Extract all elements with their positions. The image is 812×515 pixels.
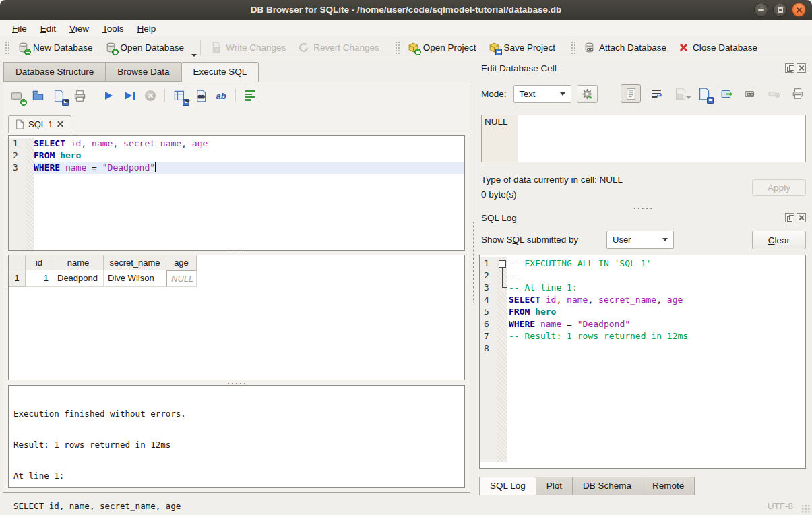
sql-file-tab[interactable]: SQL 1 — [8, 115, 71, 133]
fold-marker-icon[interactable] — [497, 258, 507, 270]
fold-margin — [497, 330, 507, 342]
dock-splitter[interactable] — [480, 206, 806, 210]
close-dock-icon[interactable] — [797, 63, 806, 73]
column-header-secret-name[interactable]: secret_name — [104, 255, 166, 270]
save-project-button[interactable]: Save Project — [482, 39, 562, 56]
code-token: id — [71, 138, 82, 148]
dock-tab-db-schema[interactable]: DB Schema — [572, 477, 642, 495]
panel-splitter[interactable] — [471, 222, 476, 303]
code-token: -- At line 1: — [509, 282, 577, 293]
menu-file[interactable]: File — [5, 22, 34, 36]
gear-icon — [582, 88, 593, 100]
attach-database-button[interactable]: Attach Database — [577, 39, 673, 56]
export-dropdown-caret-icon[interactable] — [185, 100, 190, 103]
editor-line-current: 3 WHERE name = "Deadpond" — [9, 162, 464, 174]
encoding-indicator[interactable]: UTF-8 — [768, 501, 793, 511]
code-token: id — [546, 295, 557, 305]
cell-id[interactable]: 1 — [26, 270, 53, 287]
new-database-button[interactable]: New Database — [11, 39, 99, 56]
resize-grip[interactable] — [801, 504, 810, 513]
replace-button[interactable]: ab — [213, 88, 229, 104]
cell-editor[interactable]: NULL — [481, 115, 806, 162]
menu-tools[interactable]: Tools — [96, 22, 131, 36]
fold-margin — [497, 294, 507, 306]
save-sql-dropdown-caret-icon[interactable] — [64, 100, 69, 103]
column-header-name[interactable]: name — [53, 255, 104, 270]
editor-line: 2 FROM hero — [9, 150, 464, 162]
close-dock-icon[interactable] — [797, 213, 806, 222]
float-dock-icon[interactable] — [785, 213, 794, 222]
close-sql-tab-icon[interactable] — [57, 121, 64, 128]
new-sql-tab-button[interactable] — [9, 88, 25, 104]
open-database-dropdown-caret-icon[interactable] — [191, 54, 197, 57]
open-in-external-button[interactable] — [743, 86, 759, 102]
dock-tab-sql-log[interactable]: SQL Log — [479, 477, 536, 495]
open-database-button[interactable]: Open Database — [99, 39, 191, 56]
document-icon — [625, 88, 637, 100]
tab-database-structure[interactable]: Database Structure — [3, 62, 105, 82]
dock-tab-remote[interactable]: Remote — [642, 477, 695, 495]
toolbar-drag-handle[interactable] — [571, 41, 575, 55]
tab-execute-sql[interactable]: Execute SQL — [181, 62, 259, 82]
auto-switch-mode-button[interactable] — [577, 85, 598, 103]
menu-help[interactable]: Help — [131, 22, 163, 36]
execution-status-box[interactable]: Execution finished without errors. Resul… — [8, 385, 465, 488]
cell-secret-name[interactable]: Dive Wilson — [104, 270, 166, 287]
column-header-age[interactable]: age — [166, 255, 197, 270]
code-token — [65, 138, 71, 148]
sql-log-view[interactable]: 1 -- EXECUTING ALL IN 'SQL 1' 2 -- 3 -- … — [479, 255, 806, 469]
mode-select[interactable]: Text — [513, 85, 571, 103]
log-filter-select[interactable]: User — [606, 231, 674, 249]
execute-current-line-button[interactable] — [121, 88, 137, 104]
import-cell-data-button[interactable] — [695, 86, 712, 102]
print-cell-button[interactable] — [790, 86, 806, 102]
float-dock-icon[interactable] — [785, 63, 794, 73]
code-token: FROM — [509, 307, 530, 317]
save-cell-button[interactable] — [672, 86, 688, 102]
fold-margin — [497, 342, 507, 355]
maximize-button[interactable] — [773, 3, 787, 17]
sql-editor[interactable]: 1 SELECT id, name, secret_name, age 2 FR… — [8, 135, 465, 251]
open-sql-file-button[interactable] — [30, 88, 46, 104]
print-sql-button[interactable] — [71, 88, 88, 104]
set-null-button[interactable] — [766, 86, 782, 102]
cell-name[interactable]: Deadpond — [53, 270, 104, 287]
cell-age-selected[interactable]: NULL — [166, 270, 197, 287]
dock-tab-plot[interactable]: Plot — [536, 477, 572, 495]
code-token: WHERE — [34, 162, 60, 173]
export-cell-data-button[interactable] — [719, 86, 735, 102]
fold-margin — [497, 282, 507, 294]
clear-log-button[interactable]: Clear — [752, 231, 806, 249]
fold-margin — [497, 306, 507, 318]
code-token: name — [540, 319, 561, 329]
execute-all-button[interactable] — [100, 88, 117, 104]
close-button[interactable] — [792, 3, 806, 17]
write-changes-button[interactable]: Write Changes — [204, 39, 292, 56]
open-project-icon — [408, 42, 419, 53]
row-header[interactable]: 1 — [9, 270, 26, 287]
menu-view[interactable]: View — [63, 22, 96, 36]
toolbar-drag-handle[interactable] — [5, 41, 9, 55]
save-dropdown-caret-icon[interactable] — [686, 96, 691, 99]
revert-changes-button[interactable]: Revert Changes — [292, 39, 385, 56]
format-sql-button[interactable] — [242, 88, 258, 104]
tab-browse-data[interactable]: Browse Data — [105, 62, 181, 82]
stop-execution-button[interactable] — [142, 88, 158, 104]
minimize-button[interactable] — [754, 3, 768, 17]
menubar: File Edit View Tools Help — [0, 20, 812, 36]
export-results-button[interactable] — [171, 88, 187, 104]
apply-button[interactable]: Apply — [752, 179, 806, 196]
results-table[interactable]: id name secret_name age 1 1 Deadpond Div… — [8, 255, 465, 380]
close-database-button[interactable]: Close Database — [673, 40, 763, 55]
find-button[interactable] — [192, 88, 208, 104]
toolbar-drag-handle[interactable] — [395, 41, 400, 55]
word-wrap-icon — [650, 88, 662, 100]
save-sql-file-button[interactable] — [51, 88, 67, 104]
line-number: 6 — [480, 318, 497, 330]
text-mode-button[interactable] — [621, 84, 641, 103]
column-header-id[interactable]: id — [26, 255, 53, 270]
open-project-button[interactable]: Open Project — [402, 39, 482, 56]
play-to-line-icon — [125, 92, 132, 100]
menu-edit[interactable]: Edit — [34, 22, 63, 36]
word-wrap-button[interactable] — [648, 86, 664, 102]
